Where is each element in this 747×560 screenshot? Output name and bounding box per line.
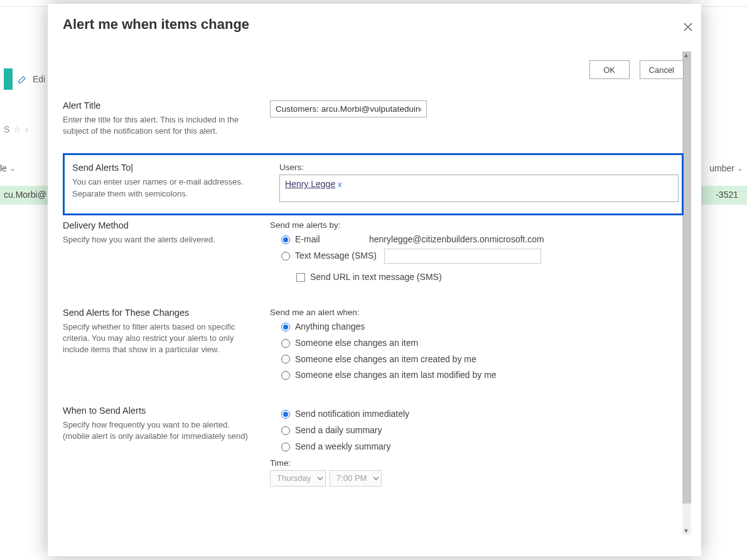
bg-starred-row: S ☆ ›	[0, 124, 28, 134]
radio-sms-label: Text Message (SMS)	[295, 249, 377, 264]
email-address: henrylegge@citizenbuilders.onmicrosoft.c…	[369, 232, 544, 247]
bg-star-prefix: S	[4, 124, 9, 134]
checkbox-send-url[interactable]	[296, 273, 305, 282]
radio-daily[interactable]	[281, 426, 290, 435]
send-when-label: Send me an alert when:	[270, 308, 684, 317]
when-desc: Specify how frequently you want to be al…	[63, 419, 251, 442]
radio-email-label: E-mail	[295, 232, 364, 247]
alert-dialog: Alert me when items change ▲ ▼ OK Cancel…	[48, 4, 701, 556]
alert-title-input[interactable]	[270, 100, 427, 117]
delivery-desc: Specify how you want the alerts delivere…	[63, 234, 251, 245]
sms-number-input[interactable]	[384, 249, 541, 264]
section-change-type: Send Alerts for These Changes Specify wh…	[63, 303, 684, 401]
alert-title-desc: Enter the title for this alert. This is …	[63, 114, 251, 137]
section-alert-title: Alert Title Enter the title for this ale…	[63, 95, 684, 153]
bg-column-left: le ⌄	[0, 163, 16, 173]
chevron-down-icon: ⌄	[737, 164, 743, 173]
bg-teal-block	[4, 68, 13, 90]
star-icon: ☆	[13, 124, 21, 134]
section-when-to-send: When to Send Alerts Specify how frequent…	[63, 401, 684, 502]
bg-toolbar: Edi	[0, 67, 45, 92]
radio-daily-label: Send a daily summary	[295, 423, 382, 438]
cancel-button[interactable]: Cancel	[640, 60, 684, 79]
delivery-heading: Delivery Method	[63, 220, 251, 230]
radio-else-item-label: Someone else changes an item	[295, 336, 418, 351]
radio-sms[interactable]	[281, 252, 290, 261]
radio-else-created[interactable]	[281, 355, 290, 363]
radio-else-modified-label: Someone else changes an item last modifi…	[295, 368, 497, 383]
bg-row-left: cu.Morbi@	[4, 190, 46, 200]
text-cursor-icon: |	[131, 163, 133, 173]
highlight-send-alerts-to: Send Alerts To| You can enter user names…	[63, 153, 684, 215]
send-by-label: Send me alerts by:	[270, 220, 684, 230]
chevron-right-icon: ›	[25, 124, 28, 134]
radio-anything-label: Anything changes	[295, 320, 365, 335]
section-send-alerts-to: Send Alerts To| You can enter user names…	[72, 161, 674, 202]
radio-else-created-label: Someone else changes an item created by …	[295, 352, 476, 367]
users-label: Users:	[279, 163, 679, 172]
radio-weekly-label: Send a weekly summary	[295, 439, 391, 455]
alert-title-heading: Alert Title	[63, 100, 251, 110]
users-people-picker[interactable]: Henry Leggex	[279, 175, 679, 202]
dialog-body: OK Cancel Alert Title Enter the title fo…	[63, 49, 691, 550]
radio-else-item[interactable]	[281, 339, 290, 348]
dialog-buttons-top: OK Cancel	[63, 49, 684, 95]
radio-weekly[interactable]	[281, 443, 290, 451]
bg-column-left-text: le	[0, 163, 7, 173]
bg-column-right-text: umber	[709, 163, 734, 173]
day-select[interactable]: Thursday	[270, 470, 326, 487]
radio-immediately[interactable]	[281, 410, 290, 419]
bg-column-right: umber ⌄	[709, 163, 743, 173]
bg-row-right: -3521	[716, 190, 738, 200]
send-to-desc: You can enter user names or e-mail addre…	[72, 176, 261, 199]
user-chip-remove[interactable]: x	[338, 180, 341, 189]
hour-select[interactable]: 7:00 PM	[330, 470, 382, 487]
send-to-heading: Send Alerts To|	[72, 163, 261, 173]
ok-button[interactable]: OK	[589, 60, 630, 79]
section-delivery-method: Delivery Method Specify how you want the…	[63, 215, 684, 303]
when-heading: When to Send Alerts	[63, 406, 251, 416]
bg-edit-label: Edi	[33, 74, 45, 84]
dialog-title: Alert me when items change	[63, 4, 691, 36]
chevron-down-icon: ⌄	[9, 164, 16, 173]
checkbox-send-url-label: Send URL in text message (SMS)	[310, 270, 442, 285]
changes-heading: Send Alerts for These Changes	[63, 308, 251, 318]
pencil-icon	[18, 74, 28, 84]
user-chip-name[interactable]: Henry Legge	[285, 179, 335, 189]
changes-desc: Specify whether to filter alerts based o…	[63, 321, 251, 356]
radio-else-modified[interactable]	[281, 371, 290, 380]
radio-email[interactable]	[281, 235, 290, 244]
radio-immediately-label: Send notification immediately	[295, 407, 409, 422]
radio-anything-changes[interactable]	[281, 323, 290, 331]
send-to-heading-text: Send Alerts To	[72, 163, 131, 173]
time-label: Time:	[270, 458, 684, 468]
